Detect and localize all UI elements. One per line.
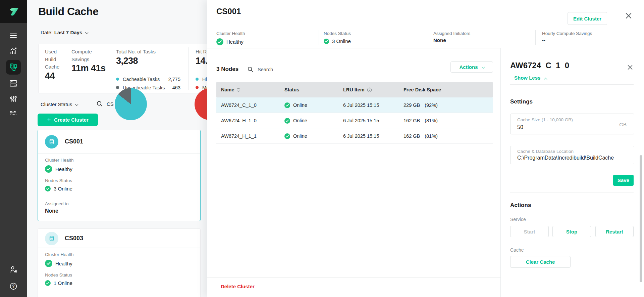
delete-cluster-button[interactable]: Delete Cluster (221, 284, 255, 289)
check-circle-icon (284, 118, 290, 124)
stat-value: -- (542, 37, 545, 43)
nodes-status-value: 1 Online (54, 280, 72, 286)
show-less-toggle[interactable]: Show Less (514, 75, 547, 81)
svg-text:?: ? (12, 284, 14, 289)
logo-icon (6, 4, 21, 19)
table-row-aw6724-h-1-1[interactable]: AW6724_H_1_1 Online 6 Jul 2025 15:15 162… (216, 128, 493, 144)
legend-dot (196, 86, 199, 89)
assigned-to-label: Assigned to (45, 201, 193, 206)
status-label: Online (293, 133, 307, 139)
create-cluster-label: Create Cluster (54, 117, 89, 123)
stat-total-tasks: Total No. of Tasks 3,238 Cacheable Tasks… (116, 48, 183, 66)
scrollbar-thumb[interactable] (640, 155, 642, 282)
cluster-health-label: Cluster Health (45, 158, 193, 163)
node-search-input[interactable] (258, 67, 311, 72)
assigned-to-value: None (45, 208, 193, 214)
stat-used-build-cache: Used Build Cache 44 (45, 48, 66, 81)
menu-icon[interactable] (6, 28, 21, 43)
column-header-status: Status (284, 82, 299, 97)
cluster-card-body: Cluster Health Healthy Nodes Status 3 On… (38, 154, 200, 214)
nodes-table: Name Status LRU Item Free Disk Space AW6… (216, 82, 493, 144)
cache-location-input[interactable] (517, 155, 630, 161)
stat-label: Cluster Health (216, 31, 245, 36)
info-icon[interactable] (367, 87, 372, 92)
check-circle-icon (45, 280, 51, 286)
sort-icon[interactable] (237, 88, 240, 92)
column-label: Status (284, 87, 299, 92)
nodes-status-value: 3 Online (54, 186, 72, 192)
build-cache-icon[interactable] (6, 60, 21, 75)
search-icon (96, 100, 103, 108)
node-lru: 6 Jul 2025 15:15 (343, 128, 379, 144)
legend-item: Cacheable Tasks 2,775 (116, 75, 180, 83)
restart-service-button[interactable]: Restart (595, 226, 634, 237)
actions-dropdown-button[interactable]: Actions (450, 61, 493, 73)
close-icon[interactable] (626, 13, 632, 20)
actions-heading: Actions (510, 202, 531, 209)
cluster-health-label: Cluster Health (45, 252, 193, 257)
cluster-status-dropdown[interactable]: Cluster Status (41, 101, 78, 107)
disk-value: 162 GB (404, 133, 420, 139)
table-row-aw6724-c-1-0[interactable]: AW6724_C_1_0 Online 6 Jul 2025 15:15 229… (216, 97, 493, 113)
clear-cache-button[interactable]: Clear Cache (510, 256, 571, 268)
node-disk: 162 GB(81%) (404, 128, 438, 144)
stat-compute-savings: Compute Savings 11m 41s (71, 48, 106, 74)
initiators-icon[interactable] (6, 76, 21, 91)
table-row-aw6724-h-1-0[interactable]: AW6724_H_1_0 Online 6 Jul 2025 15:15 162… (216, 113, 493, 128)
help-icon[interactable]: ? (6, 279, 21, 294)
analytics-icon[interactable] (6, 44, 21, 58)
settings-icon[interactable] (6, 91, 21, 106)
actions-label: Actions (459, 64, 478, 70)
chevron-down-icon (75, 103, 78, 106)
stat-value: 3,238 (116, 56, 183, 66)
node-name: AW6724_C_1_0 (221, 97, 257, 113)
cache-size-field[interactable]: Cache Size (1 - 10,000 GB) GB (510, 114, 634, 134)
cluster-card-cs003[interactable]: CS003 Cluster Health Healthy Nodes Statu… (38, 228, 201, 297)
stat-label: Total No. of Tasks (116, 48, 183, 56)
status-label: Online (293, 118, 307, 123)
stat-value: 3 Online (332, 38, 351, 44)
stat-value: 44 (45, 71, 66, 81)
legend-label: Cacheable Tasks (123, 77, 168, 82)
show-less-label: Show Less (514, 75, 540, 81)
cluster-card-cs001[interactable]: CS001 Cluster Health Healthy Nodes Statu… (38, 130, 201, 221)
nodes-status-label: Nodes Status (45, 272, 193, 278)
column-header-name[interactable]: Name (221, 82, 243, 97)
start-service-button[interactable]: Start (510, 226, 549, 237)
divider (319, 30, 319, 45)
incredibuild-logo[interactable] (0, 0, 27, 23)
table-header-row: Name Status LRU Item Free Disk Space (216, 82, 493, 97)
check-circle-icon (45, 165, 52, 173)
column-label: Name (221, 87, 234, 92)
disk-value: 162 GB (404, 118, 420, 123)
column-label: Free Disk Space (404, 87, 441, 92)
node-search[interactable] (247, 66, 311, 73)
search-icon (247, 66, 254, 73)
save-button[interactable]: Save (613, 175, 634, 186)
divider (510, 84, 634, 85)
stop-service-button[interactable]: Stop (552, 226, 591, 237)
cluster-detail-title: CS001 (216, 7, 241, 16)
disk-value: 229 GB (404, 102, 420, 108)
cluster-card-header: CS003 (38, 229, 200, 248)
cluster-icon (45, 135, 58, 148)
cache-size-input[interactable] (517, 124, 614, 130)
legend-value: 463 (172, 85, 180, 90)
edit-cluster-button[interactable]: Edit Cluster (568, 12, 607, 25)
legend-value: 2,775 (168, 77, 180, 82)
close-icon[interactable] (628, 65, 633, 71)
cluster-icon (45, 232, 58, 245)
create-cluster-button[interactable]: +Create Cluster (38, 114, 98, 126)
cluster-status-label: Cluster Status (41, 101, 72, 107)
node-status: Online (284, 113, 307, 128)
license-icon[interactable] (6, 106, 21, 121)
check-circle-icon (324, 39, 329, 44)
date-filter-dropdown[interactable]: Date:Last 7 Days (41, 30, 88, 35)
stat-label: Assigned Initiators (433, 31, 470, 36)
cache-size-unit: GB (619, 122, 627, 127)
cache-location-field[interactable]: Cache & Database Location (510, 146, 634, 164)
sidebar: ? (0, 0, 27, 297)
check-circle-icon (45, 186, 51, 192)
stat-value: None (433, 37, 446, 43)
user-settings-icon[interactable] (6, 262, 21, 277)
